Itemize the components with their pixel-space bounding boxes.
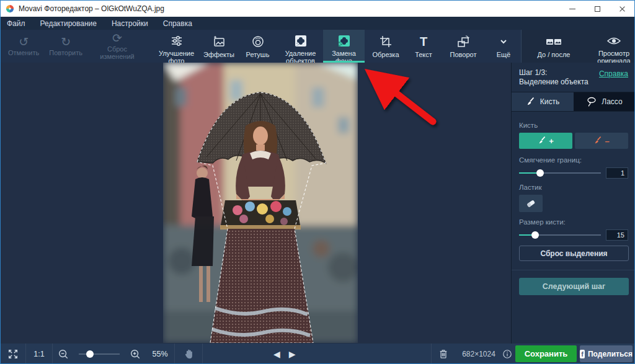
next-photo-button[interactable]: ▶ <box>289 349 296 359</box>
history-group: ↺ Отменить ↻ Повторить ⟳ Сброс изменений <box>1 30 153 63</box>
zoom-percent: 55% <box>146 350 174 358</box>
prev-photo-button[interactable]: ◀ <box>273 349 280 359</box>
info-icon <box>502 349 512 359</box>
tool-text[interactable]: T Текст <box>407 30 440 63</box>
brush-size-value[interactable]: 15 <box>606 229 628 241</box>
eraser-label: Ластик <box>519 184 628 191</box>
title-bar: Movavi Фоторедактор – OlGkOtWuZQA.jpg <box>1 1 634 17</box>
magnifier-plus-icon <box>130 348 141 360</box>
fit-to-screen-button[interactable] <box>1 348 25 360</box>
soften-value[interactable]: 1 <box>606 167 628 179</box>
zoom-slider-thumb[interactable] <box>86 350 94 358</box>
menu-edit[interactable]: Редактирование <box>40 19 97 28</box>
retouch-face-icon <box>251 34 265 49</box>
soften-label: Смягчение границ: <box>519 156 628 164</box>
app-window: Movavi Фоторедактор – OlGkOtWuZQA.jpg Фа… <box>0 0 635 364</box>
object-removal-icon <box>294 34 308 48</box>
lasso-icon <box>587 97 597 107</box>
reset-changes-button[interactable]: ⟳ Сброс изменений <box>87 30 147 63</box>
help-link[interactable]: Справка <box>599 69 628 78</box>
close-icon <box>619 6 626 12</box>
chevron-down-icon <box>497 34 510 49</box>
photo-navigation: ◀ ▶ <box>273 349 296 359</box>
tool-crop[interactable]: Обрезка <box>365 30 407 63</box>
side-panel: Шаг 1/3: Выделение объекта Справка Кисть <box>511 63 635 344</box>
rotate-icon <box>456 34 470 49</box>
reset-icon: ⟳ <box>112 32 122 45</box>
menu-bar: Файл Редактирование Настройки Справка <box>1 17 634 30</box>
movavi-logo-icon <box>6 4 14 13</box>
brush-add-button[interactable]: + <box>519 133 572 149</box>
reset-selection-button[interactable]: Сброс выделения <box>519 246 629 261</box>
canvas-area[interactable] <box>1 63 511 344</box>
facebook-icon: f <box>580 350 585 358</box>
photo[interactable] <box>163 63 358 343</box>
undo-icon: ↺ <box>19 36 29 48</box>
tools-group: Улучшение фото Эффекты <box>153 30 521 63</box>
maximize-icon <box>595 6 600 12</box>
save-button[interactable]: Сохранить <box>515 345 577 362</box>
menu-file[interactable]: Файл <box>7 19 25 28</box>
delete-photo-button[interactable] <box>433 348 454 360</box>
soften-slider-thumb[interactable] <box>536 169 544 177</box>
image-info-button[interactable] <box>500 349 514 359</box>
tab-lasso[interactable]: Лассо <box>574 92 635 111</box>
zoom-slider[interactable] <box>79 350 120 358</box>
tool-effects[interactable]: Эффекты <box>200 30 238 63</box>
zoom-in-button[interactable] <box>125 348 146 360</box>
background-replacement-icon <box>337 34 351 48</box>
magnifier-minus-icon <box>58 348 69 360</box>
hand-icon <box>184 348 194 360</box>
panel-divider <box>512 270 635 270</box>
crop-icon <box>379 34 393 49</box>
brush-size-slider[interactable] <box>519 231 601 239</box>
tool-enhance[interactable]: Улучшение фото <box>153 30 200 63</box>
selection-mode-tabs: Кисть Лассо <box>512 92 635 112</box>
eye-icon <box>606 34 621 48</box>
minimize-icon <box>569 9 575 9</box>
brush-size-slider-thumb[interactable] <box>531 231 539 239</box>
brush-section-label: Кисть <box>519 122 628 129</box>
toolbar: ↺ Отменить ↻ Повторить ⟳ Сброс изменений <box>1 30 634 63</box>
view-original-button[interactable]: Просмотр оригинала <box>586 30 635 63</box>
trash-icon <box>438 348 448 360</box>
tool-background-replacement[interactable]: Замена фона <box>323 30 365 63</box>
actual-size-button[interactable]: 1:1 <box>26 350 52 358</box>
close-button[interactable] <box>610 1 634 17</box>
next-step-button[interactable]: Следующий шаг <box>519 278 629 295</box>
share-button[interactable]: f Поделиться <box>580 345 633 362</box>
fit-screen-icon <box>7 348 19 360</box>
menu-settings[interactable]: Настройки <box>112 19 148 28</box>
view-group: До / после Просмотр оригинала <box>521 30 635 63</box>
hand-tool-button[interactable] <box>175 348 202 360</box>
redo-button[interactable]: ↻ Повторить <box>44 30 87 63</box>
soften-slider[interactable] <box>519 169 601 177</box>
step-title-line2: Выделение объекта <box>519 78 588 87</box>
maximize-button[interactable] <box>585 1 610 17</box>
zoom-out-button[interactable] <box>53 348 74 360</box>
brush-subtract-button[interactable]: – <box>575 133 628 149</box>
brush-minus-icon <box>593 136 602 145</box>
undo-button[interactable]: ↺ Отменить <box>3 30 44 63</box>
sliders-icon <box>170 34 184 48</box>
menu-help[interactable]: Справка <box>163 19 192 28</box>
tool-rotate[interactable]: Поворот <box>440 30 486 63</box>
tool-more[interactable]: Ещё <box>486 30 521 63</box>
tool-retouch[interactable]: Ретушь <box>238 30 278 63</box>
before-after-icon <box>544 34 563 49</box>
window-title: Movavi Фоторедактор – OlGkOtWuZQA.jpg <box>19 4 164 13</box>
tab-brush[interactable]: Кисть <box>512 92 574 111</box>
eraser-button[interactable] <box>519 195 543 212</box>
brush-plus-icon <box>538 136 546 145</box>
brush-size-label: Размер кисти: <box>519 218 628 226</box>
status-bar: 1:1 55% ◀ ▶ <box>1 344 634 364</box>
image-dimensions: 682×1024 <box>458 350 499 358</box>
redo-icon: ↻ <box>61 36 71 48</box>
text-icon: T <box>420 34 427 49</box>
eraser-icon <box>525 198 536 208</box>
brush-icon <box>526 97 535 107</box>
minimize-button[interactable] <box>560 1 585 17</box>
before-after-button[interactable]: До / после <box>522 30 586 63</box>
effects-icon <box>212 34 226 49</box>
tool-object-removal[interactable]: Удаление объектов <box>278 30 323 63</box>
